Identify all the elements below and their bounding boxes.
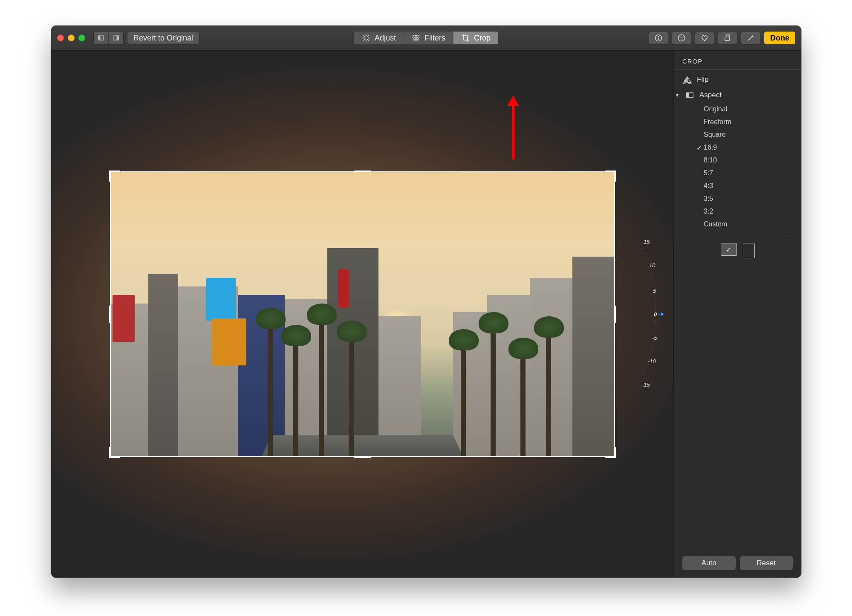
crop-handle-bottom[interactable] <box>354 454 371 458</box>
svg-rect-35 <box>686 93 689 98</box>
svg-point-18 <box>658 36 659 37</box>
aspect-option-custom[interactable]: Custom <box>694 218 793 231</box>
aspect-option-square[interactable]: Square <box>694 128 793 141</box>
svg-marker-31 <box>682 82 684 84</box>
orientation-portrait[interactable] <box>743 243 755 258</box>
crop-handle-top-left[interactable] <box>109 171 120 182</box>
magic-wand-icon <box>746 34 755 42</box>
crop-handle-right[interactable] <box>612 306 616 323</box>
flip-label: Flip <box>697 75 708 84</box>
edit-mode-tabs: Adjust Filters Crop <box>354 32 498 44</box>
reset-button[interactable]: Reset <box>740 556 793 570</box>
auto-button[interactable]: Auto <box>682 556 736 570</box>
straighten-dial[interactable]: 15 10 5 0 -5 -10 -15 <box>627 229 665 399</box>
sidebar-divider <box>682 237 793 237</box>
favorite-button[interactable] <box>695 32 714 44</box>
app-window: Revert to Original Adjust <box>51 26 801 578</box>
svg-line-12 <box>368 35 369 36</box>
aspect-option-original[interactable]: Original <box>694 103 793 116</box>
aspect-row[interactable]: ▼ Aspect <box>674 87 801 103</box>
svg-point-20 <box>680 38 681 38</box>
dial-marker-icon <box>661 312 664 316</box>
sidebar-toggle-segment <box>94 32 123 44</box>
window-controls <box>57 35 85 41</box>
crop-handle-left[interactable] <box>109 306 113 323</box>
svg-marker-28 <box>683 77 687 83</box>
revert-button[interactable]: Revert to Original <box>127 32 199 44</box>
revert-button-label: Revert to Original <box>133 34 193 43</box>
crop-handle-top[interactable] <box>354 171 371 174</box>
tab-filters-label: Filters <box>425 34 445 43</box>
svg-rect-23 <box>725 37 729 40</box>
tab-filters[interactable]: Filters <box>404 32 453 44</box>
canvas-area: 15 10 5 0 -5 -10 -15 <box>51 51 673 578</box>
tab-adjust[interactable]: Adjust <box>354 32 404 44</box>
photo-preview <box>110 171 615 457</box>
svg-point-21 <box>681 38 682 38</box>
close-window-icon[interactable] <box>57 35 64 41</box>
svg-point-4 <box>364 36 368 40</box>
svg-line-11 <box>364 40 364 41</box>
crop-sidebar: CROP Flip ▼ Aspect <box>673 51 801 578</box>
dial-tick-label: 5 <box>653 288 656 294</box>
svg-point-22 <box>682 38 683 38</box>
svg-line-9 <box>364 35 364 36</box>
rotate-button[interactable] <box>718 32 737 44</box>
aspect-option-8-10[interactable]: 8:10 <box>694 154 793 167</box>
filters-icon <box>412 34 420 42</box>
tab-crop-label: Crop <box>474 34 491 43</box>
aspect-option-3-2[interactable]: 3:2 <box>694 205 793 218</box>
more-button[interactable] <box>672 32 691 44</box>
aspect-options-list: Original Freeform Square ✓16:9 8:10 5:7 … <box>694 103 801 234</box>
info-icon <box>654 34 663 42</box>
dial-tick-label: -15 <box>642 382 650 388</box>
crop-handle-bottom-right[interactable] <box>605 447 616 458</box>
done-button[interactable]: Done <box>764 32 795 44</box>
content-area: 15 10 5 0 -5 -10 -15 CROP <box>51 51 801 578</box>
aspect-option-3-5[interactable]: 3:5 <box>694 192 793 205</box>
fullscreen-window-icon[interactable] <box>78 35 85 41</box>
aspect-option-freeform[interactable]: Freeform <box>694 116 793 128</box>
dial-tick-label: -10 <box>648 358 656 364</box>
svg-marker-29 <box>687 77 691 83</box>
toolbar: Revert to Original Adjust <box>51 26 801 51</box>
aspect-label: Aspect <box>699 91 722 99</box>
tab-adjust-label: Adjust <box>375 34 396 43</box>
flip-icon <box>682 76 692 84</box>
orientation-landscape[interactable]: ✓ <box>721 243 737 256</box>
aspect-icon <box>685 91 694 99</box>
crop-handle-top-right[interactable] <box>605 171 616 182</box>
crop-region[interactable] <box>110 171 615 457</box>
aspect-option-5-7[interactable]: 5:7 <box>694 167 793 179</box>
dial-tick-label: 10 <box>649 262 656 269</box>
svg-line-10 <box>368 40 369 41</box>
dial-tick-label: -5 <box>652 335 657 341</box>
aspect-option-4-3[interactable]: 4:3 <box>694 179 793 192</box>
orientation-toggles: ✓ <box>674 243 801 258</box>
dial-tick-label: 15 <box>644 239 650 245</box>
auto-enhance-button[interactable] <box>741 32 760 44</box>
dial-tick-label: 0 <box>654 311 657 318</box>
check-icon: ✓ <box>726 246 731 254</box>
rotate-icon <box>723 34 732 42</box>
check-icon: ✓ <box>694 144 704 152</box>
minimize-window-icon[interactable] <box>68 35 75 41</box>
more-icon <box>677 34 686 42</box>
done-button-label: Done <box>770 34 789 43</box>
svg-rect-1 <box>98 36 100 40</box>
svg-point-25 <box>658 314 660 315</box>
tab-crop[interactable]: Crop <box>453 32 498 44</box>
sidebar-footer: Auto Reset <box>674 549 801 578</box>
crop-handle-bottom-left[interactable] <box>109 447 120 458</box>
sidebar-toggle-left-icon[interactable] <box>94 32 108 44</box>
adjust-icon <box>362 34 370 42</box>
svg-line-24 <box>748 36 752 40</box>
chevron-down-icon: ▼ <box>675 92 680 98</box>
flip-row[interactable]: Flip <box>674 72 801 87</box>
toolbar-right: Done <box>649 32 795 44</box>
sidebar-title: CROP <box>674 58 801 69</box>
aspect-option-16-9[interactable]: ✓16:9 <box>694 141 793 154</box>
sidebar-toggle-right-icon[interactable] <box>108 32 123 44</box>
info-button[interactable] <box>649 32 668 44</box>
svg-rect-3 <box>117 36 118 40</box>
